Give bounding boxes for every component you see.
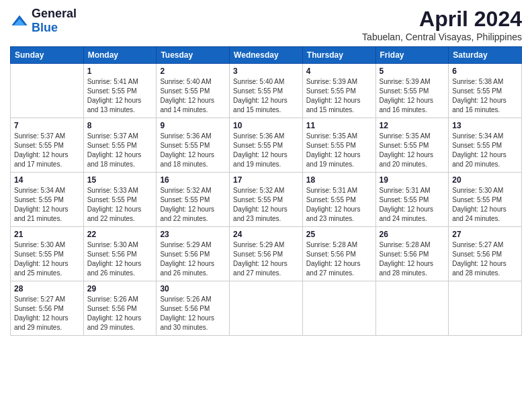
day-info: Sunrise: 5:39 AMSunset: 5:55 PMDaylight:… xyxy=(380,77,445,115)
calendar-cell xyxy=(11,64,84,118)
day-number: 3 xyxy=(233,66,299,76)
month-title: April 2024 xyxy=(362,7,522,32)
calendar-cell: 14Sunrise: 5:34 AMSunset: 5:55 PMDayligh… xyxy=(11,173,84,227)
calendar-cell: 23Sunrise: 5:29 AMSunset: 5:56 PMDayligh… xyxy=(157,227,230,281)
header-row: SundayMondayTuesdayWednesdayThursdayFrid… xyxy=(11,47,522,64)
week-row-1: 1Sunrise: 5:41 AMSunset: 5:55 PMDaylight… xyxy=(11,64,522,118)
header-day-friday: Friday xyxy=(375,47,449,64)
day-number: 13 xyxy=(452,121,518,130)
day-info: Sunrise: 5:36 AMSunset: 5:55 PMDaylight:… xyxy=(233,132,299,169)
day-info: Sunrise: 5:27 AMSunset: 5:56 PMDaylight:… xyxy=(14,295,80,332)
day-info: Sunrise: 5:29 AMSunset: 5:56 PMDaylight:… xyxy=(233,240,299,278)
subtitle: Tabuelan, Central Visayas, Philippines xyxy=(362,32,522,42)
day-info: Sunrise: 5:28 AMSunset: 5:56 PMDaylight:… xyxy=(380,240,445,278)
day-info: Sunrise: 5:41 AMSunset: 5:55 PMDaylight:… xyxy=(87,77,153,115)
header-day-monday: Monday xyxy=(83,47,157,64)
calendar-cell: 29Sunrise: 5:26 AMSunset: 5:56 PMDayligh… xyxy=(83,281,157,336)
day-number: 30 xyxy=(160,284,226,293)
day-number: 28 xyxy=(14,284,80,293)
day-number: 23 xyxy=(160,230,226,239)
day-number: 29 xyxy=(87,284,153,293)
week-row-2: 7Sunrise: 5:37 AMSunset: 5:55 PMDaylight… xyxy=(11,118,522,173)
day-number: 2 xyxy=(160,66,226,76)
day-number: 26 xyxy=(380,230,445,239)
logo-blue: Blue xyxy=(32,21,58,34)
header-day-thursday: Thursday xyxy=(302,47,375,64)
day-number: 4 xyxy=(306,66,372,76)
header-day-wednesday: Wednesday xyxy=(230,47,303,64)
calendar-cell: 13Sunrise: 5:34 AMSunset: 5:55 PMDayligh… xyxy=(449,118,522,173)
calendar-table: SundayMondayTuesdayWednesdayThursdayFrid… xyxy=(10,46,522,336)
calendar-cell xyxy=(230,281,303,336)
calendar-cell: 6Sunrise: 5:38 AMSunset: 5:55 PMDaylight… xyxy=(449,64,522,118)
header-day-sunday: Sunday xyxy=(11,47,84,64)
day-info: Sunrise: 5:26 AMSunset: 5:56 PMDaylight:… xyxy=(87,295,153,332)
day-number: 1 xyxy=(87,66,153,76)
day-number: 12 xyxy=(380,121,445,130)
calendar-cell xyxy=(302,281,375,336)
week-row-4: 21Sunrise: 5:30 AMSunset: 5:55 PMDayligh… xyxy=(11,227,522,281)
calendar-cell: 5Sunrise: 5:39 AMSunset: 5:55 PMDaylight… xyxy=(375,64,449,118)
calendar-cell: 10Sunrise: 5:36 AMSunset: 5:55 PMDayligh… xyxy=(230,118,303,173)
calendar-cell: 11Sunrise: 5:35 AMSunset: 5:55 PMDayligh… xyxy=(302,118,375,173)
calendar-cell xyxy=(375,281,449,336)
day-info: Sunrise: 5:40 AMSunset: 5:55 PMDaylight:… xyxy=(233,77,299,115)
day-info: Sunrise: 5:27 AMSunset: 5:56 PMDaylight:… xyxy=(452,240,518,278)
day-info: Sunrise: 5:31 AMSunset: 5:55 PMDaylight:… xyxy=(306,186,372,224)
week-row-5: 28Sunrise: 5:27 AMSunset: 5:56 PMDayligh… xyxy=(11,281,522,336)
calendar-cell: 7Sunrise: 5:37 AMSunset: 5:55 PMDaylight… xyxy=(11,118,84,173)
calendar-cell: 30Sunrise: 5:26 AMSunset: 5:56 PMDayligh… xyxy=(157,281,230,336)
calendar-cell: 1Sunrise: 5:41 AMSunset: 5:55 PMDaylight… xyxy=(83,64,157,118)
calendar-cell: 21Sunrise: 5:30 AMSunset: 5:55 PMDayligh… xyxy=(11,227,84,281)
day-info: Sunrise: 5:37 AMSunset: 5:55 PMDaylight:… xyxy=(14,132,80,169)
day-number: 22 xyxy=(87,230,153,239)
day-info: Sunrise: 5:30 AMSunset: 5:55 PMDaylight:… xyxy=(452,186,518,224)
calendar-cell: 17Sunrise: 5:32 AMSunset: 5:55 PMDayligh… xyxy=(230,173,303,227)
day-number: 18 xyxy=(306,175,372,185)
day-info: Sunrise: 5:36 AMSunset: 5:55 PMDaylight:… xyxy=(160,132,226,169)
calendar-cell: 4Sunrise: 5:39 AMSunset: 5:55 PMDaylight… xyxy=(302,64,375,118)
calendar-cell: 8Sunrise: 5:37 AMSunset: 5:55 PMDaylight… xyxy=(83,118,157,173)
calendar-cell: 26Sunrise: 5:28 AMSunset: 5:56 PMDayligh… xyxy=(375,227,449,281)
day-info: Sunrise: 5:33 AMSunset: 5:55 PMDaylight:… xyxy=(87,186,153,224)
calendar-cell: 9Sunrise: 5:36 AMSunset: 5:55 PMDaylight… xyxy=(157,118,230,173)
header-day-saturday: Saturday xyxy=(449,47,522,64)
day-number: 6 xyxy=(452,66,518,76)
calendar-cell: 27Sunrise: 5:27 AMSunset: 5:56 PMDayligh… xyxy=(449,227,522,281)
calendar-cell: 18Sunrise: 5:31 AMSunset: 5:55 PMDayligh… xyxy=(302,173,375,227)
calendar-cell: 24Sunrise: 5:29 AMSunset: 5:56 PMDayligh… xyxy=(230,227,303,281)
day-info: Sunrise: 5:30 AMSunset: 5:55 PMDaylight:… xyxy=(14,240,80,278)
day-info: Sunrise: 5:26 AMSunset: 5:56 PMDaylight:… xyxy=(160,295,226,332)
header: General Blue April 2024 Tabuelan, Centra… xyxy=(10,7,522,42)
calendar-cell: 28Sunrise: 5:27 AMSunset: 5:56 PMDayligh… xyxy=(11,281,84,336)
day-info: Sunrise: 5:32 AMSunset: 5:55 PMDaylight:… xyxy=(233,186,299,224)
day-info: Sunrise: 5:29 AMSunset: 5:56 PMDaylight:… xyxy=(160,240,226,278)
day-info: Sunrise: 5:30 AMSunset: 5:56 PMDaylight:… xyxy=(87,240,153,278)
day-info: Sunrise: 5:34 AMSunset: 5:55 PMDaylight:… xyxy=(452,132,518,169)
day-info: Sunrise: 5:32 AMSunset: 5:55 PMDaylight:… xyxy=(160,186,226,224)
day-info: Sunrise: 5:35 AMSunset: 5:55 PMDaylight:… xyxy=(380,132,445,169)
header-day-tuesday: Tuesday xyxy=(157,47,230,64)
logo-general: General xyxy=(32,7,77,20)
calendar-cell: 16Sunrise: 5:32 AMSunset: 5:55 PMDayligh… xyxy=(157,173,230,227)
day-number: 20 xyxy=(452,175,518,185)
day-number: 14 xyxy=(14,175,80,185)
day-number: 5 xyxy=(380,66,445,76)
day-number: 27 xyxy=(452,230,518,239)
day-number: 19 xyxy=(380,175,445,185)
day-info: Sunrise: 5:34 AMSunset: 5:55 PMDaylight:… xyxy=(14,186,80,224)
calendar-cell: 22Sunrise: 5:30 AMSunset: 5:56 PMDayligh… xyxy=(83,227,157,281)
day-number: 7 xyxy=(14,121,80,130)
day-info: Sunrise: 5:38 AMSunset: 5:55 PMDaylight:… xyxy=(452,77,518,115)
calendar-cell: 19Sunrise: 5:31 AMSunset: 5:55 PMDayligh… xyxy=(375,173,449,227)
day-info: Sunrise: 5:31 AMSunset: 5:55 PMDaylight:… xyxy=(380,186,445,224)
day-info: Sunrise: 5:35 AMSunset: 5:55 PMDaylight:… xyxy=(306,132,372,169)
calendar-cell: 2Sunrise: 5:40 AMSunset: 5:55 PMDaylight… xyxy=(157,64,230,118)
day-number: 25 xyxy=(306,230,372,239)
day-number: 10 xyxy=(233,121,299,130)
calendar-cell: 15Sunrise: 5:33 AMSunset: 5:55 PMDayligh… xyxy=(83,173,157,227)
logo: General Blue xyxy=(10,7,77,35)
calendar-cell xyxy=(449,281,522,336)
day-number: 9 xyxy=(160,121,226,130)
title-area: April 2024 Tabuelan, Central Visayas, Ph… xyxy=(362,7,522,42)
